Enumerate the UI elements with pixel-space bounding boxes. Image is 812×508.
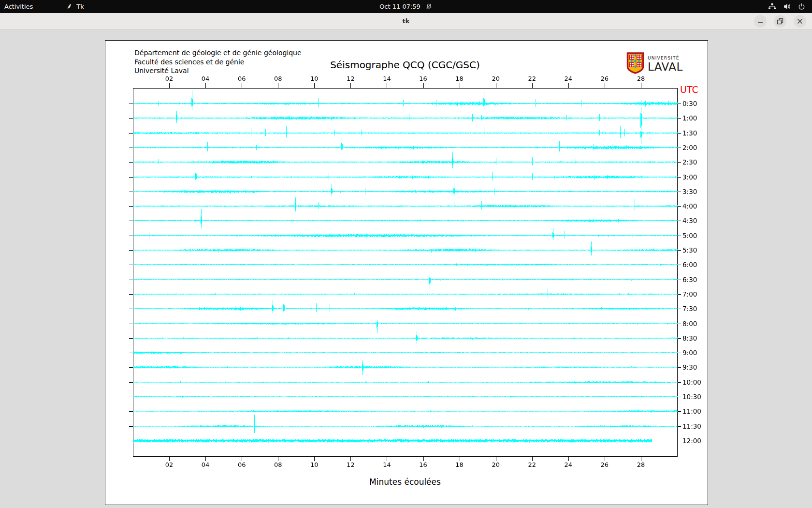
x-axis-tick-label-bottom: 16	[419, 461, 427, 468]
y-axis-time-label: 4:00	[682, 202, 697, 210]
y-axis-time-label: 12:00	[682, 437, 701, 445]
x-axis-tick-label-bottom: 04	[202, 461, 210, 468]
y-axis-time-label: 10:30	[682, 393, 701, 401]
x-axis-tick-label-bottom: 24	[565, 461, 573, 468]
y-axis-time-label: 6:00	[682, 261, 697, 269]
y-axis-time-label: 9:00	[682, 349, 697, 357]
x-axis-tick-label-bottom: 18	[455, 461, 464, 468]
x-axis-tick-label-bottom: 12	[347, 461, 355, 468]
x-axis-tick-label-top: 24	[565, 75, 573, 82]
x-axis-tick-label-bottom: 10	[310, 461, 319, 468]
x-axis-tick-label-bottom: 28	[637, 461, 645, 468]
y-axis-time-label: 11:00	[682, 407, 701, 415]
y-axis-time-label: 9:30	[682, 363, 697, 371]
y-axis-time-label: 3:00	[682, 173, 697, 181]
x-axis-tick-label-top: 26	[601, 75, 609, 82]
x-axis-tick-label-bottom: 22	[528, 461, 536, 468]
y-axis-time-label: 7:00	[682, 290, 697, 298]
y-axis-time-label: 7:30	[682, 305, 697, 313]
x-axis-tick-label-bottom: 20	[492, 461, 500, 468]
x-axis-tick-label-bottom: 14	[383, 461, 391, 468]
y-axis-time-label: 5:30	[682, 246, 697, 254]
y-axis-time-label: 8:30	[682, 334, 697, 342]
x-axis-tick-label-top: 16	[419, 75, 427, 82]
x-axis-tick-label-top: 14	[383, 75, 391, 82]
y-axis-time-label: 3:30	[682, 188, 697, 195]
desktop: Activities Tk Oct 11 07:59	[0, 0, 812, 508]
y-axis-time-label: 0:30	[682, 100, 697, 107]
x-axis-tick-label-top: 08	[274, 75, 282, 82]
x-axis-tick-label-top: 12	[347, 75, 355, 82]
x-axis-tick-label-bottom: 08	[274, 461, 282, 468]
seismogram-traces	[0, 0, 812, 508]
x-axis-tick-label-bottom: 02	[165, 461, 174, 468]
x-axis-tick-label-top: 04	[202, 75, 210, 82]
y-axis-time-label: 1:30	[682, 129, 697, 137]
x-axis-tick-label-top: 20	[492, 75, 500, 82]
x-axis-tick-label-top: 10	[310, 75, 319, 82]
x-axis-tick-label-top: 06	[238, 75, 246, 82]
x-axis-tick-label-top: 02	[165, 75, 174, 82]
x-axis-tick-label-top: 18	[455, 75, 464, 82]
y-axis-time-label: 10:00	[682, 378, 701, 386]
y-axis-time-label: 2:30	[682, 158, 697, 166]
y-axis-time-label: 5:00	[682, 232, 697, 239]
y-axis-time-label: 4:30	[682, 217, 697, 224]
y-axis-time-label: 6:30	[682, 276, 697, 284]
y-axis-time-label: 2:00	[682, 144, 697, 151]
y-axis-time-label: 11:30	[682, 422, 701, 430]
x-axis-tick-label-top: 22	[528, 75, 536, 82]
x-axis-tick-label-bottom: 06	[238, 461, 246, 468]
y-axis-time-label: 8:00	[682, 320, 697, 328]
y-axis-time-label: 1:00	[682, 114, 697, 122]
x-axis-tick-label-top: 28	[637, 75, 645, 82]
x-axis-tick-label-bottom: 26	[601, 461, 609, 468]
